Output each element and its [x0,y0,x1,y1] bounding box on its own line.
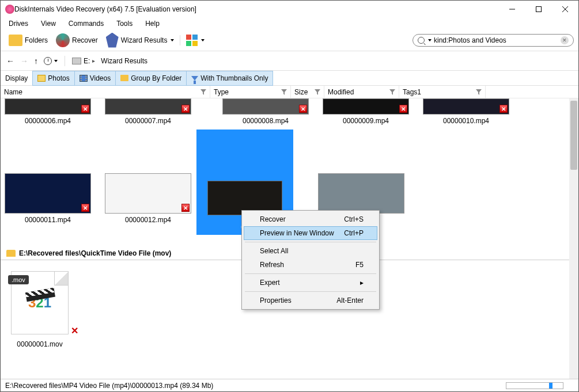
file-item[interactable]: ✕00000008.mp4 [221,98,311,125]
back-button[interactable]: ← [6,56,14,66]
thumbnail: ✕ [105,98,191,115]
file-label: 00000007.mp4 [125,117,171,125]
filter-videos[interactable]: Videos [75,71,116,86]
col-name-label: Name [4,88,22,96]
chevron-right-icon: ▸ [92,58,95,64]
file-item[interactable]: ✕00000009.mp4 [321,98,411,125]
toolbar: Folders Recover Wizard Results ✕ [1,29,578,51]
window-title: DiskInternals Video Recovery (x64) 7.5 [… [14,5,499,13]
display-label: Display [1,74,32,82]
filter-thumbnails-only[interactable]: With Thumbnails Only [187,71,273,86]
col-name[interactable]: Name [1,86,210,98]
chevron-down-icon [54,60,58,62]
maximize-button[interactable] [525,1,552,18]
drive-icon [72,58,81,64]
file-item[interactable]: ✕00000007.mp4 [103,98,193,125]
filter-group-by-folder[interactable]: Group By Folder [116,71,187,86]
cm-label: Preview in New Window [260,229,334,237]
file-item[interactable]: ✕00000010.mp4 [421,98,511,125]
page-fold-icon [54,272,68,286]
cm-preview[interactable]: Preview in New WindowCtrl+P [244,226,377,240]
separator [245,242,376,242]
cm-properties[interactable]: PropertiesAlt-Enter [244,294,377,307]
wizard-icon [106,33,119,48]
menu-commands[interactable]: Commands [66,18,106,29]
recover-button[interactable]: Recover [52,31,101,50]
title-bar: DiskInternals Video Recovery (x64) 7.5 [… [1,1,578,18]
crumb-drive-label: E: [84,57,90,65]
folder-group-header[interactable]: E:\Recovered files\QuickTime Video File … [3,247,175,260]
search-icon [418,37,425,44]
file-label: 00000011.mp4 [25,216,71,224]
file-item[interactable]: ✕00000012.mp4 [103,173,193,224]
cm-label: Refresh [260,261,284,269]
vertical-scrollbar[interactable] [569,98,578,380]
history-button[interactable] [44,57,58,65]
crumb-location[interactable]: Wizard Results [101,57,147,65]
videos-icon [80,75,88,82]
funnel-icon[interactable] [389,89,395,95]
folder-group-label: E:\Recovered files\QuickTime Video File … [19,249,171,257]
col-type[interactable]: Type [210,86,291,98]
search-box[interactable]: ✕ [413,34,574,47]
funnel-icon [191,76,198,81]
funnel-icon[interactable] [281,89,287,95]
app-icon [5,5,14,14]
wizard-results-button[interactable]: Wizard Results [103,31,178,50]
folders-label: Folders [25,36,48,44]
file-item[interactable]: ✕00000006.mp4 [3,98,93,125]
menu-help[interactable]: Help [143,18,162,29]
col-size-label: Size [294,88,308,96]
status-path: E:\Recovered files\MP4 Video File (mp4)\… [5,382,213,390]
folder-icon [120,75,128,81]
recover-icon [56,33,70,47]
view-mode-button[interactable] [183,31,208,50]
status-bar: E:\Recovered files\MP4 Video File (mp4)\… [1,379,578,391]
forward-button[interactable]: → [20,56,28,66]
cm-recover[interactable]: RecoverCtrl+S [244,212,377,226]
up-button[interactable]: ↑ [34,56,38,66]
cm-refresh[interactable]: RefreshF5 [244,258,377,272]
crumb-location-label: Wizard Results [101,57,147,65]
funnel-icon[interactable] [200,89,206,95]
filter-thumbs-label: With Thumbnails Only [200,74,268,82]
submenu-arrow-icon: ▸ [360,279,364,287]
menu-view[interactable]: View [39,18,58,29]
cm-label: Recover [260,215,286,223]
menu-drives[interactable]: Drives [6,18,31,29]
folders-button[interactable]: Folders [5,31,51,50]
cm-select-all[interactable]: Select All [244,244,377,258]
col-tags1[interactable]: Tags1 [399,86,486,98]
grid-icon [186,35,198,46]
file-item[interactable] [316,173,406,214]
context-menu: RecoverCtrl+S Preview in New WindowCtrl+… [241,210,380,310]
filter-bar: Display Photos Videos Group By Folder Wi… [1,71,578,86]
thumb-row: ✕00000006.mp4 ✕00000007.mp4 ✕00000008.mp… [1,98,569,130]
minimize-button[interactable] [499,1,525,18]
chevron-down-icon[interactable] [428,39,432,41]
file-item[interactable]: .mov 321 ✕ 00000001.mov [11,271,69,348]
col-size[interactable]: Size [291,86,324,98]
funnel-icon[interactable] [315,89,320,95]
scrollbar-thumb[interactable] [570,101,577,170]
file-item[interactable]: ✕00000011.mp4 [3,173,93,224]
thumbnail: ✕ [5,98,91,115]
file-label: 00000006.mp4 [25,117,71,125]
broken-icon: ✕ [81,105,89,113]
col-modified[interactable]: Modified [324,86,399,98]
crumb-drive[interactable]: E:▸ [72,57,95,65]
menu-tools[interactable]: Tools [114,18,135,29]
ext-badge: .mov [8,275,29,284]
thumbnail: ✕ [5,173,91,214]
photos-icon [37,75,46,82]
progress-bar [506,382,563,389]
close-button[interactable] [552,1,578,18]
progress-indicator [549,383,552,389]
funnel-icon[interactable] [476,89,482,95]
search-input[interactable] [434,36,558,44]
filter-photos[interactable]: Photos [32,71,74,86]
clear-search-icon[interactable]: ✕ [561,36,569,44]
cm-label: Properties [260,296,292,305]
cm-expert[interactable]: Expert▸ [244,276,377,290]
filter-videos-label: Videos [90,74,111,82]
